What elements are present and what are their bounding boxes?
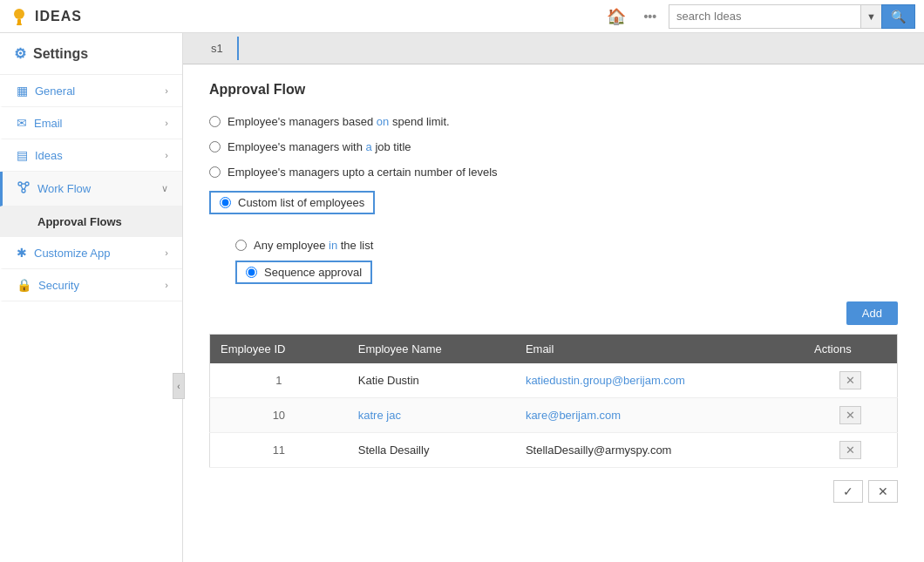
sub-radio-option-1: Any employee in the list: [235, 239, 898, 252]
tab-s1[interactable]: s1: [197, 37, 239, 60]
table-row: 10 katre jac kare@berijam.com ✕: [210, 398, 898, 433]
home-button[interactable]: 🏠: [601, 5, 631, 28]
email-icon: ✉: [17, 116, 27, 130]
sidebar-submenu-workflow: Approval Flows: [0, 207, 182, 237]
sub-options: Any employee in the list Sequence approv…: [235, 239, 898, 293]
logo-area: IDEAS: [9, 6, 183, 27]
home-icon: 🏠: [607, 7, 626, 26]
cell-name-3: Stella Desailly: [348, 433, 515, 468]
cell-id-3: 11: [210, 433, 348, 468]
svg-line-7: [21, 186, 23, 190]
svg-rect-2: [17, 24, 22, 25]
sidebar-item-label-workflow: Work Flow: [37, 182, 91, 195]
radio-option-3: Employee's managers upto a certain numbe…: [209, 166, 898, 179]
col-header-actions: Actions: [804, 335, 897, 364]
svg-line-8: [24, 186, 26, 190]
settings-gear-icon: ⚙: [14, 45, 26, 62]
sidebar-submenu-item-approval-flows[interactable]: Approval Flows: [0, 207, 182, 237]
general-icon: ▦: [17, 84, 28, 98]
logo-icon: [9, 6, 30, 27]
search-dropdown-button[interactable]: ▼: [860, 4, 881, 29]
confirm-button[interactable]: ✓: [833, 480, 863, 503]
cell-email-2: kare@berijam.com: [515, 398, 804, 433]
table-header: Employee ID Employee Name Email Actions: [210, 335, 898, 364]
sub-radio-option-2-container: Sequence approval: [235, 261, 898, 293]
radio-sub1[interactable]: [235, 240, 247, 251]
sidebar-item-label-security: Security: [38, 279, 79, 292]
sidebar: ⚙ Settings ▦ General › ✉ Email › ▤ Ideas: [0, 33, 183, 562]
table-body: 1 Katie Dustin katiedustin.group@berijam…: [210, 363, 898, 468]
radio-highlighted-sub2: Sequence approval: [235, 261, 372, 284]
chevron-right-icon: ›: [165, 85, 168, 96]
add-button[interactable]: Add: [846, 301, 898, 325]
chevron-down-icon-workflow: ∨: [161, 183, 168, 194]
more-icon: •••: [643, 10, 656, 24]
topbar-actions: 🏠 ••• ▼ 🔍: [601, 4, 915, 29]
radio-sub2-label: Sequence approval: [264, 266, 362, 279]
radio-opt4[interactable]: [220, 197, 231, 208]
sidebar-item-ideas[interactable]: ▤ Ideas ›: [0, 139, 182, 172]
table-row: 1 Katie Dustin katiedustin.group@berijam…: [210, 363, 898, 398]
tab-s1-label: s1: [211, 42, 223, 55]
workflow-icon: [17, 180, 31, 197]
sidebar-item-customize[interactable]: ✱ Customize App ›: [0, 237, 182, 269]
sidebar-item-general[interactable]: ▦ General ›: [0, 75, 182, 107]
radio-sub1-label[interactable]: Any employee in the list: [254, 239, 373, 252]
sidebar-title: Settings: [33, 46, 88, 62]
tab-bar: s1: [183, 33, 924, 64]
chevron-right-icon-customize: ›: [165, 247, 168, 258]
sidebar-item-workflow[interactable]: Work Flow ∨: [0, 172, 182, 207]
svg-point-0: [14, 9, 24, 19]
col-header-employee-name: Employee Name: [348, 335, 515, 364]
cell-email-1: katiedustin.group@berijam.com: [515, 363, 804, 398]
approval-flows-label: Approval Flows: [37, 215, 122, 228]
chevron-right-icon-email: ›: [165, 118, 168, 128]
cell-actions-2: ✕: [804, 398, 897, 433]
add-button-row: Add: [209, 301, 898, 325]
radio-option-4-container: Custom list of employees: [209, 191, 898, 227]
more-button[interactable]: •••: [638, 8, 662, 25]
cell-actions-3: ✕: [804, 433, 897, 468]
search-container: ▼ 🔍: [669, 4, 915, 29]
security-icon: 🔒: [17, 278, 31, 292]
content-inner: Approval Flow Employee's managers based …: [183, 64, 924, 524]
search-input[interactable]: [669, 4, 860, 29]
svg-point-5: [22, 189, 25, 193]
employees-table: Employee ID Employee Name Email Actions …: [209, 334, 898, 468]
sidebar-item-label-ideas: Ideas: [35, 149, 63, 162]
cell-name-1: Katie Dustin: [348, 363, 515, 398]
chevron-right-icon-ideas: ›: [165, 150, 168, 160]
cell-name-2[interactable]: katre jac: [348, 398, 515, 433]
delete-button-2[interactable]: ✕: [839, 406, 861, 424]
radio-opt1-label[interactable]: Employee's managers based on spend limit…: [228, 115, 450, 128]
sidebar-header: ⚙ Settings: [0, 33, 182, 75]
content-area: s1 Approval Flow Employee's managers bas…: [183, 33, 924, 562]
col-header-employee-id: Employee ID: [210, 335, 348, 364]
radio-opt3[interactable]: [209, 166, 221, 178]
radio-sub2[interactable]: [246, 267, 257, 278]
delete-button-1[interactable]: ✕: [839, 371, 861, 389]
radio-option-1: Employee's managers based on spend limit…: [209, 115, 898, 128]
table-row: 11 Stella Desailly StellaDesailly@armysp…: [210, 433, 898, 468]
cancel-button[interactable]: ✕: [868, 480, 898, 503]
app-name: IDEAS: [35, 9, 82, 24]
section-title: Approval Flow: [209, 82, 898, 98]
sidebar-item-label-general: General: [35, 85, 75, 98]
svg-point-4: [25, 182, 29, 186]
cell-id-1: 1: [210, 363, 348, 398]
radio-opt1[interactable]: [209, 116, 221, 127]
customize-icon: ✱: [17, 246, 27, 260]
radio-opt4-label: Custom list of employees: [238, 196, 364, 209]
sidebar-collapse-button[interactable]: ‹: [173, 373, 185, 399]
sidebar-item-email[interactable]: ✉ Email ›: [0, 107, 182, 139]
cell-email-3: StellaDesailly@armyspy.com: [515, 433, 804, 468]
delete-button-3[interactable]: ✕: [839, 441, 861, 459]
cell-actions-1: ✕: [804, 363, 897, 398]
sidebar-item-security[interactable]: 🔒 Security ›: [0, 269, 182, 301]
radio-opt2-label[interactable]: Employee's managers with a job title: [228, 140, 411, 153]
radio-opt2[interactable]: [209, 141, 221, 152]
radio-opt3-label[interactable]: Employee's managers upto a certain numbe…: [228, 166, 498, 179]
sidebar-item-label-customize: Customize App: [34, 247, 110, 260]
radio-highlighted-4: Custom list of employees: [209, 191, 375, 214]
search-button[interactable]: 🔍: [881, 4, 915, 29]
